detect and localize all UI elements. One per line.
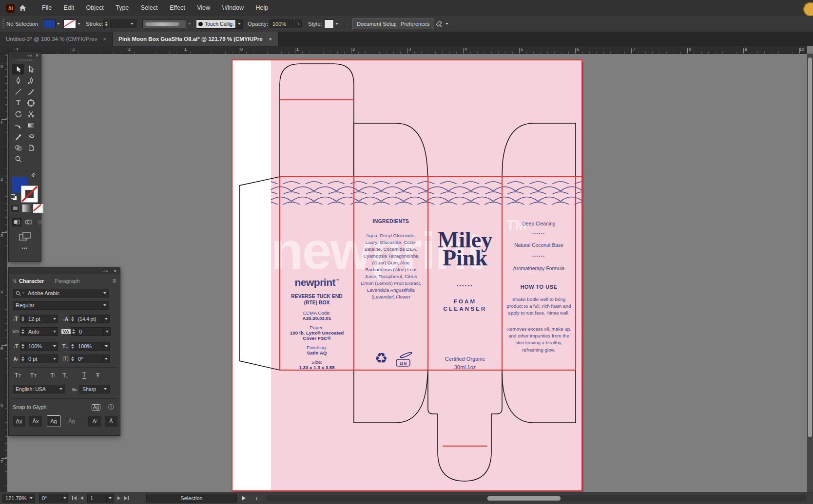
style-chevron-icon[interactable] bbox=[335, 23, 338, 25]
zoom-level-field[interactable]: 121.79% bbox=[2, 494, 28, 503]
snap-options-chevron-icon[interactable] bbox=[445, 23, 448, 25]
rotation-field[interactable]: 0° bbox=[39, 494, 61, 503]
menu-view[interactable]: View bbox=[192, 0, 215, 11]
horizontal-scrollbar[interactable] bbox=[266, 495, 807, 502]
tool-selection[interactable] bbox=[12, 64, 24, 75]
home-icon[interactable] bbox=[19, 4, 27, 12]
artboard-number-chevron-icon[interactable] bbox=[107, 494, 114, 503]
tool-shape-builder[interactable] bbox=[12, 142, 24, 153]
leading-stepper[interactable] bbox=[70, 315, 76, 323]
stroke-color-swatch[interactable] bbox=[63, 19, 76, 28]
tool-pen[interactable] bbox=[12, 75, 24, 86]
stroke-weight-stepper[interactable] bbox=[103, 19, 109, 28]
vertical-scrollbar-thumb[interactable] bbox=[808, 57, 812, 437]
character-rotation-chevron-icon[interactable] bbox=[103, 355, 110, 363]
kerning-field[interactable]: Auto bbox=[26, 327, 51, 336]
info-icon[interactable]: ⓘ bbox=[108, 403, 114, 411]
horizontal-scale-field[interactable]: 100% bbox=[76, 342, 103, 351]
strikethrough-button[interactable]: Ŧ bbox=[96, 372, 100, 379]
snap-angular-button[interactable]: A∕ bbox=[88, 416, 101, 427]
gradient-button[interactable] bbox=[22, 204, 31, 212]
tool-scissors[interactable] bbox=[25, 109, 37, 119]
none-button[interactable] bbox=[33, 204, 43, 213]
account-avatar[interactable] bbox=[803, 2, 813, 17]
horizontal-ruler[interactable]: 4 3 2 1 0 1 2 3 4 5 6 7 8 9 10 bbox=[7, 46, 807, 54]
tool-gradient[interactable] bbox=[25, 120, 37, 131]
leading-chevron-icon[interactable] bbox=[103, 315, 110, 323]
panel-cycle-icon[interactable]: ⇅ bbox=[11, 279, 19, 284]
superscript-button[interactable]: T¹ bbox=[50, 372, 56, 379]
opacity-field[interactable]: 100% bbox=[270, 19, 294, 28]
last-artboard-button[interactable] bbox=[124, 496, 129, 500]
tool-artboard[interactable] bbox=[25, 97, 37, 108]
screen-mode-icon[interactable] bbox=[19, 231, 31, 244]
menu-edit[interactable]: Edit bbox=[59, 0, 79, 11]
stroke-weight-field[interactable] bbox=[110, 19, 136, 28]
all-caps-button[interactable]: TT bbox=[15, 372, 21, 379]
tab-close-icon[interactable]: × bbox=[269, 36, 272, 42]
baseline-shift-stepper[interactable] bbox=[20, 355, 26, 363]
kerning-stepper[interactable] bbox=[20, 327, 26, 336]
scroll-left-icon[interactable]: ‹ bbox=[255, 490, 258, 504]
tool-paintbrush[interactable] bbox=[25, 86, 37, 97]
font-size-stepper[interactable] bbox=[20, 315, 26, 323]
style-swatch[interactable] bbox=[324, 19, 334, 28]
panel-menu-icon[interactable]: ≡ bbox=[113, 278, 116, 284]
ruler-corner[interactable] bbox=[0, 46, 7, 54]
tool-line-segment[interactable] bbox=[12, 86, 24, 97]
menu-window[interactable]: Window bbox=[217, 0, 248, 11]
font-family-select[interactable]: Adobe Arabic bbox=[13, 289, 109, 298]
tool-zoom[interactable] bbox=[12, 153, 24, 164]
swap-fill-stroke-icon[interactable]: ⇄ bbox=[30, 171, 37, 178]
horizontal-scale-chevron-icon[interactable] bbox=[103, 342, 110, 351]
snap-x-height-button[interactable]: Ȧx bbox=[29, 416, 42, 427]
draw-normal-icon[interactable] bbox=[12, 218, 21, 226]
first-artboard-button[interactable] bbox=[72, 496, 77, 500]
draw-behind-icon[interactable] bbox=[23, 218, 33, 226]
tracking-chevron-icon[interactable] bbox=[104, 327, 111, 336]
snap-glyph-bounds-button[interactable]: Ag bbox=[47, 415, 60, 427]
opacity-label[interactable]: Opacity: bbox=[248, 20, 268, 28]
font-style-select[interactable]: Regular bbox=[13, 301, 109, 310]
default-fill-stroke-icon[interactable] bbox=[11, 194, 17, 201]
language-select[interactable]: English: USA bbox=[13, 385, 65, 393]
tool-curvature[interactable] bbox=[25, 75, 37, 86]
menu-file[interactable]: File bbox=[37, 0, 57, 11]
document-setup-button[interactable]: Document Setup bbox=[352, 19, 402, 29]
tab-character[interactable]: Character bbox=[19, 278, 44, 284]
edit-toolbar-icon[interactable]: ••• bbox=[9, 246, 41, 251]
stroke-profile-dropdown[interactable] bbox=[142, 19, 186, 28]
preferences-button[interactable]: Preferences bbox=[396, 19, 434, 29]
tab-close-icon[interactable]: × bbox=[103, 36, 106, 42]
panel-close-icon[interactable]: ✕ bbox=[113, 269, 117, 274]
character-rotation-field[interactable]: 0° bbox=[76, 355, 103, 363]
controlbar-grip[interactable] bbox=[2, 19, 4, 29]
snap-baseline-button[interactable]: Ax bbox=[13, 416, 25, 427]
next-artboard-button[interactable] bbox=[117, 496, 120, 500]
vertical-scale-stepper[interactable] bbox=[20, 342, 26, 351]
tool-rotate[interactable] bbox=[12, 109, 24, 119]
previous-artboard-button[interactable] bbox=[80, 496, 83, 500]
tool-export-asset[interactable] bbox=[25, 142, 37, 153]
stroke-proxy-swatch[interactable] bbox=[21, 186, 38, 203]
snap-proximity-button[interactable]: Ȧg bbox=[65, 416, 78, 427]
underline-button[interactable]: T bbox=[82, 371, 86, 379]
snap-anchor-button[interactable]: Å bbox=[105, 416, 117, 427]
small-caps-button[interactable]: TT bbox=[30, 372, 36, 379]
menu-select[interactable]: Select bbox=[136, 0, 163, 11]
horizontal-scrollbar-thumb[interactable] bbox=[487, 496, 561, 501]
stroke-label[interactable]: Stroke: bbox=[86, 20, 103, 28]
kerning-chevron-icon[interactable] bbox=[51, 327, 58, 336]
tracking-field[interactable]: 0 bbox=[77, 327, 104, 336]
toolbar-grip[interactable] bbox=[18, 59, 32, 61]
tool-width[interactable] bbox=[25, 131, 37, 142]
fill-color-swatch[interactable] bbox=[43, 19, 56, 28]
panel-collapse-icon[interactable]: «« bbox=[103, 269, 108, 274]
menu-help[interactable]: Help bbox=[251, 0, 273, 11]
tab-paragraph[interactable]: Paragraph bbox=[55, 278, 79, 284]
toolbar-collapse-icon[interactable]: «« bbox=[27, 53, 32, 58]
brush-chevron-icon[interactable] bbox=[236, 19, 243, 29]
tracking-stepper[interactable] bbox=[71, 327, 77, 336]
stroke-profile-chevron-icon[interactable] bbox=[188, 23, 191, 25]
stroke-color-chevron-icon[interactable] bbox=[77, 23, 80, 25]
